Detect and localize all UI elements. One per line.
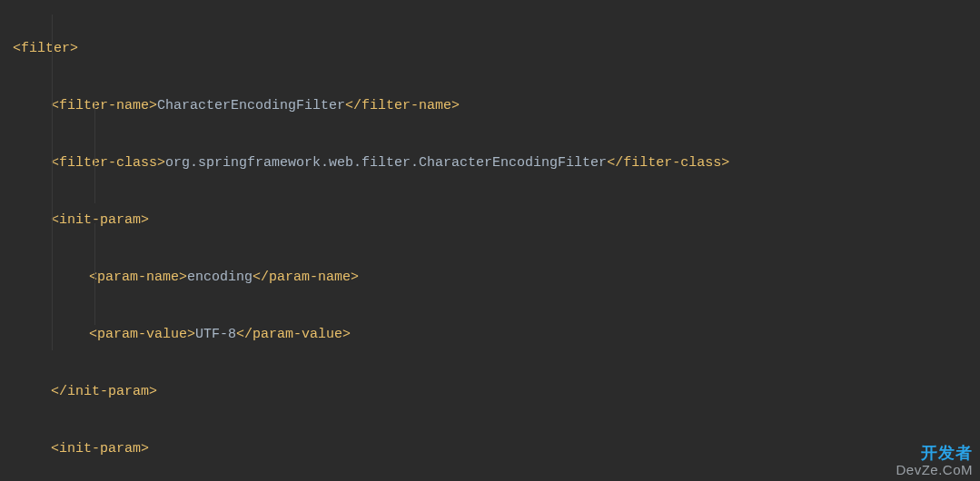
xml-tag: </init-param> (51, 384, 157, 399)
code-line: <param-name>encoding</param-name> (13, 263, 980, 292)
code-line: <filter> (13, 34, 980, 64)
xml-tag: </filter-name> (345, 98, 460, 113)
code-line: <init-param> (13, 206, 980, 235)
code-line: </init-param> (13, 378, 980, 407)
xml-text: CharacterEncodingFilter (157, 98, 345, 113)
xml-tag: <filter-class> (51, 155, 165, 171)
xml-text: UTF-8 (195, 327, 236, 342)
xml-tag: <param-value> (89, 327, 195, 342)
code-line: <filter-class>org.springframework.web.fi… (13, 149, 980, 178)
xml-tag: <init-param> (51, 212, 149, 228)
xml-text: encoding (187, 270, 252, 285)
indent-guide (52, 15, 53, 350)
indent-guide (94, 102, 95, 203)
xml-text: org.springframework.web.filter.Character… (165, 155, 607, 171)
xml-tag: </param-value> (236, 327, 351, 342)
code-block: <filter> <filter-name>CharacterEncodingF… (0, 5, 980, 481)
code-line: <init-param> (13, 435, 980, 464)
code-line: <filter-name>CharacterEncodingFilter</fi… (13, 92, 980, 121)
code-line: <param-value>UTF-8</param-value> (13, 320, 980, 349)
xml-tag: </filter-class> (607, 155, 729, 171)
indent-guide (94, 223, 95, 325)
xml-tag: <filter-name> (51, 98, 157, 113)
xml-tag: </param-name> (252, 270, 359, 285)
xml-tag: <init-param> (51, 441, 149, 456)
xml-tag: <filter> (13, 41, 78, 56)
xml-tag: <param-name> (89, 270, 187, 285)
